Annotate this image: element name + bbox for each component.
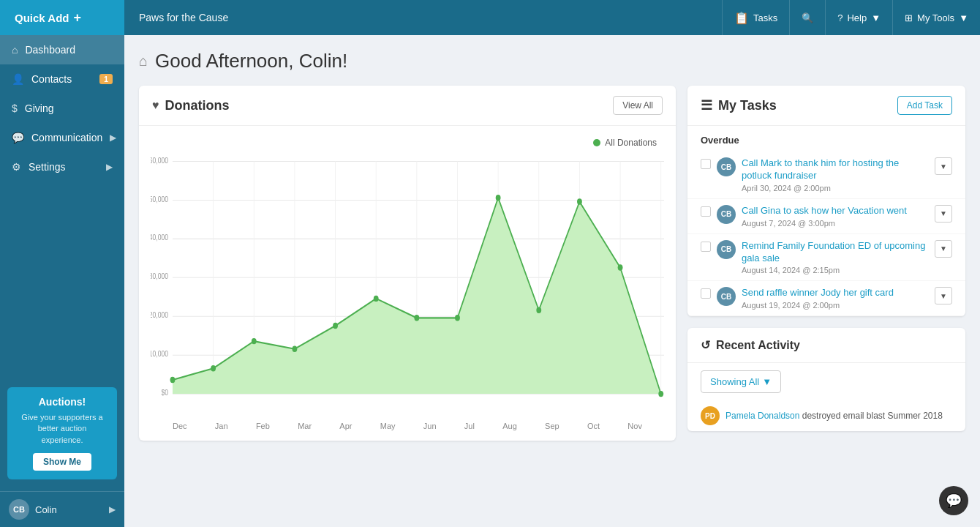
- sidebar-item-giving[interactable]: $ Giving: [0, 94, 124, 123]
- task-action-button[interactable]: ▼: [935, 287, 952, 304]
- avatar: CB: [717, 240, 736, 259]
- chart-area: $60,000 $50,000 $40,000 $30,000 $20,000 …: [151, 155, 664, 419]
- task-item: CB Call Gina to ask how her Vacation wen…: [687, 199, 965, 234]
- heart-icon: ♥: [152, 99, 159, 112]
- recent-activity-title: Recent Activity: [716, 339, 800, 352]
- task-item: CB Call Mark to thank him for hosting th…: [687, 152, 965, 199]
- sidebar-item-contacts[interactable]: 👤 Contacts 1: [0, 64, 124, 94]
- donations-title-text: Donations: [165, 98, 230, 113]
- svg-point-31: [333, 323, 338, 329]
- tasks-list-icon: ☰: [701, 97, 712, 113]
- sidebar-item-label: Dashboard: [25, 44, 75, 56]
- task-action-button[interactable]: ▼: [935, 157, 952, 175]
- my-tools-chevron-icon: ▼: [959, 12, 968, 23]
- right-panel: ☰ My Tasks Add Task Overdue CB Call Mark…: [687, 86, 965, 441]
- sidebar-user[interactable]: CB Colin ▶: [0, 491, 124, 527]
- chevron-down-icon: ▼: [762, 376, 772, 387]
- home-icon: ⌂: [139, 53, 148, 70]
- quick-add-label: Quick Add: [15, 12, 69, 24]
- chevron-right-icon: ▶: [109, 504, 116, 515]
- task-title[interactable]: Send raffle winner Jody her gift card: [742, 287, 929, 299]
- legend-dot-icon: [593, 139, 600, 146]
- activity-action: destroyed email blast Summer 2018: [802, 411, 943, 421]
- sidebar-item-communication[interactable]: 💬 Communication ▶: [0, 123, 124, 152]
- promo-title: Auctions!: [16, 396, 108, 408]
- tasks-card-header: ☰ My Tasks Add Task: [687, 86, 965, 126]
- my-tools-button[interactable]: ⊞ My Tools ▼: [892, 0, 980, 35]
- svg-point-32: [374, 296, 379, 302]
- task-item: CB Remind Family Foundation ED of upcomi…: [687, 234, 965, 282]
- task-action-button[interactable]: ▼: [935, 240, 952, 258]
- month-jan: Jan: [215, 422, 228, 430]
- month-dec: Dec: [173, 422, 187, 430]
- avatar: CB: [717, 157, 736, 176]
- svg-point-38: [618, 264, 623, 270]
- svg-point-27: [170, 377, 176, 383]
- page-title: ⌂ Good Afternoon, Colin!: [139, 50, 965, 72]
- tasks-icon: 📋: [734, 11, 749, 25]
- task-title[interactable]: Call Mark to thank him for hosting the p…: [742, 157, 929, 182]
- sidebar-item-label: Settings: [29, 161, 66, 173]
- month-aug: Aug: [502, 422, 517, 430]
- task-title[interactable]: Call Gina to ask how her Vacation went: [742, 205, 929, 217]
- task-date: April 30, 2024 @ 2:00pm: [742, 184, 929, 193]
- legend-label: All Donations: [605, 138, 657, 148]
- chat-icon: 💬: [946, 493, 962, 509]
- svg-point-35: [496, 195, 501, 201]
- tasks-title: ☰ My Tasks: [701, 97, 777, 113]
- help-icon: ?: [837, 12, 843, 23]
- view-all-button[interactable]: View All: [613, 96, 663, 115]
- recent-activity-card: ↺ Recent Activity Showing All ▼ PD Pamel…: [687, 328, 965, 431]
- showing-all-label: Showing All: [710, 376, 759, 387]
- task-date: August 14, 2024 @ 2:15pm: [742, 266, 929, 274]
- help-label: Help: [847, 12, 867, 23]
- search-button[interactable]: 🔍: [789, 0, 825, 35]
- task-title[interactable]: Remind Family Foundation ED of upcoming …: [742, 240, 929, 265]
- refresh-icon: ↺: [701, 338, 710, 352]
- tasks-card: ☰ My Tasks Add Task Overdue CB Call Mark…: [687, 86, 965, 316]
- task-action-button[interactable]: ▼: [935, 205, 952, 223]
- svg-text:$40,000: $40,000: [151, 233, 168, 242]
- svg-text:$0: $0: [161, 388, 168, 397]
- tasks-button[interactable]: 📋 Tasks: [722, 0, 789, 35]
- donations-card-header: ♥ Donations View All: [139, 86, 676, 126]
- activity-text: Pamela Donaldson destroyed email blast S…: [725, 411, 943, 421]
- svg-point-34: [455, 315, 460, 321]
- chat-bubble-button[interactable]: 💬: [939, 486, 968, 515]
- my-tools-icon: ⊞: [905, 12, 913, 23]
- month-sep: Sep: [545, 422, 559, 430]
- svg-point-39: [658, 391, 663, 397]
- chart-container: All Donations $60,000 $50,000 $40,000 $3…: [139, 126, 676, 441]
- task-content: Remind Family Foundation ED of upcoming …: [742, 240, 929, 275]
- help-button[interactable]: ? Help ▼: [825, 0, 892, 35]
- task-checkbox-4[interactable]: [701, 288, 711, 299]
- task-content: Send raffle winner Jody her gift card Au…: [742, 287, 929, 310]
- showing-all-button[interactable]: Showing All ▼: [701, 370, 781, 393]
- search-icon: 🔍: [802, 12, 813, 23]
- sidebar-item-label: Communication: [31, 132, 102, 143]
- avatar: PD: [701, 406, 720, 425]
- task-content: Call Mark to thank him for hosting the p…: [742, 157, 929, 193]
- task-checkbox-2[interactable]: [701, 206, 711, 217]
- task-checkbox-1[interactable]: [701, 159, 711, 169]
- task-item: CB Send raffle winner Jody her gift card…: [687, 281, 965, 316]
- task-checkbox-3[interactable]: [701, 242, 711, 252]
- sidebar-item-settings[interactable]: ⚙ Settings ▶: [0, 152, 124, 182]
- recent-activity-header: ↺ Recent Activity: [687, 328, 965, 363]
- task-content: Call Gina to ask how her Vacation went A…: [742, 205, 929, 228]
- add-task-button[interactable]: Add Task: [897, 96, 952, 115]
- content-grid: ♥ Donations View All All Donations $60,0…: [139, 86, 965, 441]
- chevron-right-icon: ▶: [106, 162, 113, 172]
- month-may: May: [380, 422, 396, 430]
- communication-icon: 💬: [12, 132, 24, 143]
- overdue-section-label: Overdue: [687, 126, 965, 152]
- activity-link[interactable]: Pamela Donaldson: [725, 411, 799, 421]
- month-nov: Nov: [627, 422, 642, 430]
- svg-point-36: [536, 307, 541, 313]
- quick-add-button[interactable]: Quick Add +: [0, 0, 124, 35]
- sidebar-item-dashboard[interactable]: ⌂ Dashboard: [0, 35, 124, 64]
- svg-text:$60,000: $60,000: [151, 156, 168, 165]
- donations-chart: $60,000 $50,000 $40,000 $30,000 $20,000 …: [151, 155, 664, 419]
- promo-show-me-button[interactable]: Show Me: [33, 453, 91, 471]
- month-oct: Oct: [587, 422, 600, 430]
